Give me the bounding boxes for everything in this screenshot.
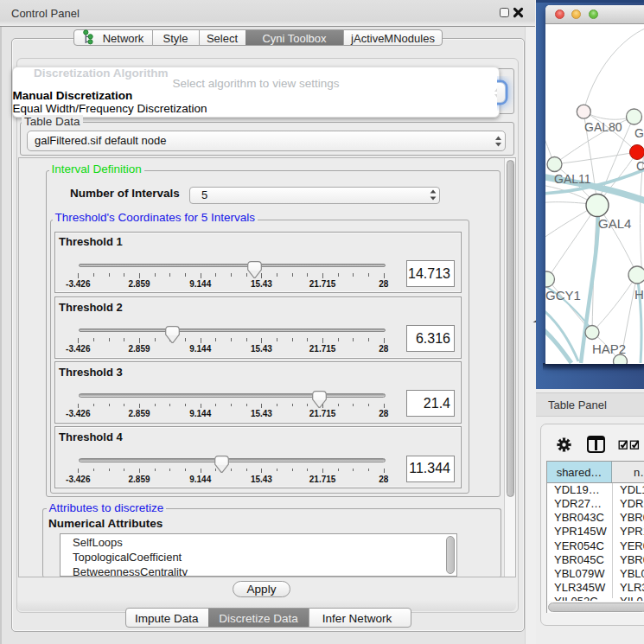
svg-text:HAP2: HAP2 xyxy=(592,341,626,356)
svg-text:GCY1: GCY1 xyxy=(545,288,581,303)
svg-text:GAL11: GAL11 xyxy=(554,172,591,186)
svg-text:GAL80: GAL80 xyxy=(584,120,622,134)
svg-text:C: C xyxy=(636,159,644,173)
svg-text:GAL4: GAL4 xyxy=(598,216,631,231)
svg-text:G: G xyxy=(634,126,644,140)
svg-text:H: H xyxy=(634,287,644,302)
